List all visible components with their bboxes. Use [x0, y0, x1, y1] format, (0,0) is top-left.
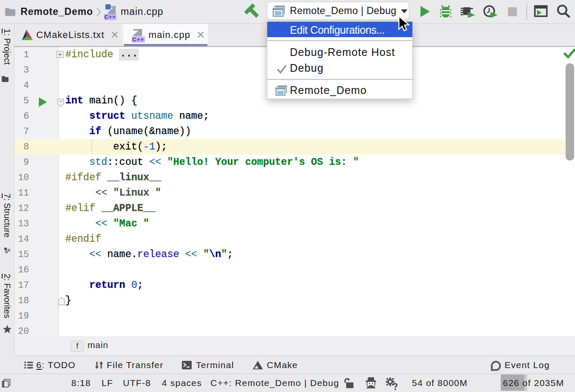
svg-text:C++: C++ — [104, 14, 116, 20]
svg-text:C++: C++ — [132, 36, 144, 42]
